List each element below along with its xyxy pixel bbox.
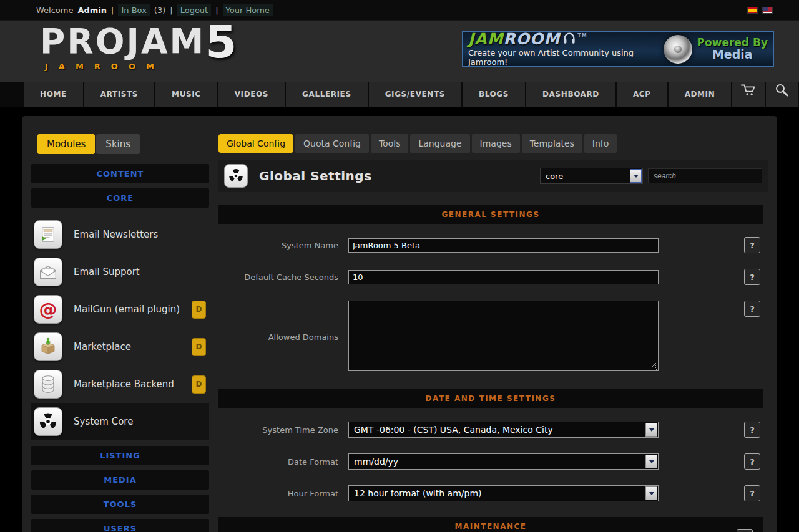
system-time-zone-value: GMT -06:00 - (CST) USA, Canada, Mexico C… <box>354 425 553 435</box>
sidebar-item-system-core[interactable]: System Core <box>31 403 209 440</box>
your-home-link[interactable]: Your Home <box>223 4 273 16</box>
logout-link[interactable]: Logout <box>177 4 212 16</box>
tab-skins[interactable]: Skins <box>96 134 140 154</box>
module-label: System Core <box>74 416 133 427</box>
help-button[interactable]: ? <box>744 237 760 253</box>
newsletter-icon <box>34 220 62 249</box>
module-label: Email Support <box>74 266 140 278</box>
section-maintenance: MAINTENANCE <box>218 517 763 532</box>
help-button[interactable]: ? <box>744 301 760 317</box>
separator: | <box>170 6 172 15</box>
module-select-value: core <box>546 172 563 181</box>
help-button[interactable]: ? <box>744 485 760 501</box>
separator: | <box>215 6 218 15</box>
field-label: Date Format <box>218 457 348 467</box>
date-format-select[interactable]: mm/dd/yy <box>348 453 659 470</box>
username: Admin <box>77 6 107 15</box>
projam5-logo[interactable]: ProJam 5 JAMROOM <box>40 24 237 71</box>
us-flag-icon[interactable] <box>762 7 773 14</box>
nav-item-blogs[interactable]: BLOGS <box>463 82 525 107</box>
jamroom-ad-banner[interactable]: JAMROOM TM Create your own Artist Commun… <box>462 31 774 67</box>
search-button[interactable] <box>766 82 798 107</box>
sidebar-section-listing[interactable]: LISTING <box>31 446 209 465</box>
sidebar-section-tools[interactable]: TOOLS <box>31 495 209 514</box>
field-label: Hour Format <box>218 489 348 498</box>
database-icon <box>34 370 62 399</box>
inbox-link[interactable]: In Box <box>118 4 149 16</box>
speaker-icon <box>664 35 692 64</box>
field-label: Allowed Domains <box>218 332 348 342</box>
help-button[interactable]: ? <box>744 422 760 438</box>
help-button[interactable]: ? <box>737 529 753 532</box>
field-row-allowed-domains: Allowed Domains ? <box>218 301 768 374</box>
system-name-input[interactable] <box>348 238 659 253</box>
help-button[interactable]: ? <box>744 453 760 470</box>
tab-language[interactable]: Language <box>410 134 469 153</box>
deferred-badge[interactable]: D <box>192 301 206 319</box>
allowed-domains-textarea[interactable] <box>348 301 659 371</box>
tab-tools[interactable]: Tools <box>371 134 409 153</box>
field-label: System Name <box>218 241 348 250</box>
banner-brand-jam: JAM <box>468 31 504 47</box>
spain-flag-icon[interactable] <box>747 7 758 14</box>
nav-item-dashboard[interactable]: DASHBOARD <box>526 82 615 107</box>
tab-modules[interactable]: Modules <box>37 134 95 154</box>
trademark-label: TM <box>577 34 587 39</box>
sidebar-section-core[interactable]: CORE <box>31 188 209 208</box>
help-button[interactable]: ? <box>744 269 760 285</box>
radiation-icon <box>34 407 62 436</box>
banner-brand-room: ROOM <box>504 31 561 47</box>
sidebar-item-email-support[interactable]: Email Support <box>31 253 209 291</box>
tab-images[interactable]: Images <box>472 134 520 153</box>
sidebar-section-media[interactable]: MEDIA <box>31 470 209 490</box>
nav-item-music[interactable]: MUSIC <box>155 82 217 107</box>
separator: | <box>111 6 114 15</box>
sidebar-item-marketplace[interactable]: Marketplace D <box>31 328 209 365</box>
tab-global-config[interactable]: Global Config <box>218 134 293 153</box>
marketplace-box-icon <box>34 332 62 361</box>
logo-text: ProJam <box>40 24 205 59</box>
module-select[interactable]: core <box>540 168 643 184</box>
module-sidebar: Modules Skins CONTENT CORE Email Newslet… <box>31 134 209 532</box>
hour-format-select[interactable]: 12 hour format (with am/pm) <box>348 485 659 501</box>
deferred-badge[interactable]: D <box>192 338 206 356</box>
nav-item-admin[interactable]: ADMIN <box>669 82 732 107</box>
system-time-zone-select[interactable]: GMT -06:00 - (CST) USA, Canada, Mexico C… <box>348 422 659 438</box>
headphones-icon <box>562 31 576 47</box>
logo-five: 5 <box>205 19 237 64</box>
field-row-date-format: Date Format mm/dd/yy ? <box>218 453 768 470</box>
sidebar-item-mailgun[interactable]: @ MailGun (email plugin) D <box>31 291 209 328</box>
nav-item-home[interactable]: HOME <box>24 82 83 107</box>
field-label: System Time Zone <box>218 425 348 435</box>
nav-item-videos[interactable]: VIDEOS <box>218 82 285 107</box>
tab-quota-config[interactable]: Quota Config <box>295 134 369 153</box>
panel-header: Global Settings core <box>218 160 768 192</box>
sidebar-section-users[interactable]: USERS <box>31 519 209 532</box>
nav-item-galleries[interactable]: GALLERIES <box>286 82 368 107</box>
module-label: MailGun (email plugin) <box>74 304 180 315</box>
tab-templates[interactable]: Templates <box>522 134 582 153</box>
deferred-badge[interactable]: D <box>192 375 206 394</box>
default-cache-seconds-input[interactable] <box>348 270 659 284</box>
sidebar-section-content[interactable]: CONTENT <box>31 164 209 183</box>
sidebar-item-email-newsletters[interactable]: Email Newsletters <box>31 216 209 253</box>
chevron-down-icon <box>645 486 657 500</box>
content-wrapper: Modules Skins CONTENT CORE Email Newslet… <box>22 116 777 532</box>
module-label: Email Newsletters <box>74 229 158 240</box>
field-row-default-cache-seconds: Default Cache Seconds ? <box>218 269 768 285</box>
chevron-down-icon <box>630 169 642 183</box>
module-label: Marketplace Backend <box>74 379 174 390</box>
language-flags <box>747 7 773 14</box>
cart-button[interactable] <box>732 82 764 107</box>
nav-item-artists[interactable]: ARTISTS <box>84 82 154 107</box>
tab-info[interactable]: Info <box>584 134 617 153</box>
module-label: Marketplace <box>74 341 131 352</box>
chevron-down-icon <box>645 455 657 468</box>
field-row-hour-format: Hour Format 12 hour format (with am/pm) … <box>218 485 768 501</box>
nav-item-acp[interactable]: ACP <box>617 82 667 107</box>
welcome-label: Welcome <box>36 6 73 15</box>
chevron-down-icon <box>645 423 657 437</box>
nav-item-gigs-events[interactable]: GIGS/EVENTS <box>369 82 461 107</box>
sidebar-item-marketplace-backend[interactable]: Marketplace Backend D <box>31 365 209 403</box>
search-input[interactable] <box>648 168 762 183</box>
